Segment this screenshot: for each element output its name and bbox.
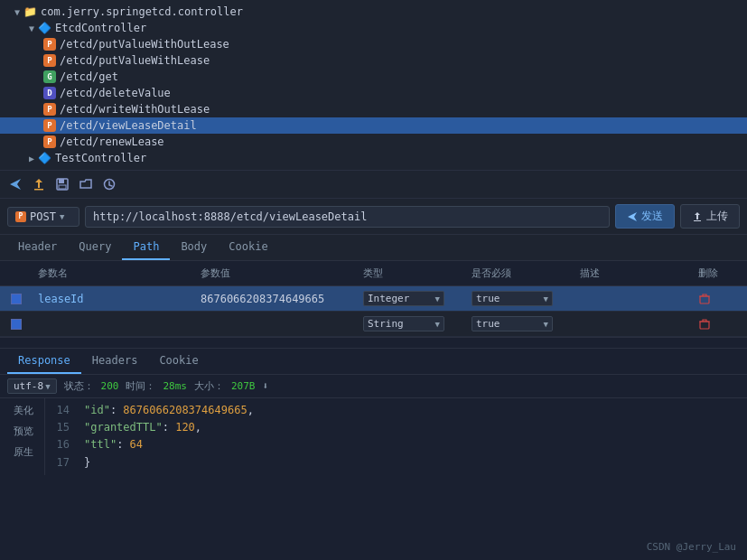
param-desc-input-1[interactable] [580, 318, 691, 331]
folder-toolbar-icon[interactable] [78, 176, 94, 192]
json-grantedttl-value: 120 [175, 419, 195, 436]
endpoint-2[interactable]: G /etcd/get [0, 69, 747, 85]
param-desc-input-0[interactable] [580, 293, 691, 305]
type-value-0: Integer [368, 293, 409, 304]
checkbox-1[interactable] [11, 319, 22, 330]
json-colon-2: : [117, 436, 129, 453]
endpoint-path-6: /etcd/renewLease [60, 135, 164, 148]
method-select[interactable]: P POST ▼ [7, 207, 79, 227]
required-select-0[interactable]: true ▼ [472, 291, 553, 306]
type-value-1: String [368, 318, 404, 330]
delete-btn-1[interactable] [698, 318, 711, 331]
param-value-input-1[interactable] [201, 318, 356, 331]
endpoint-6[interactable]: P /etcd/renewLease [0, 134, 747, 150]
cell-value-1[interactable] [197, 316, 359, 332]
upload-button[interactable]: 上传 [680, 204, 740, 229]
tab-response-cookie[interactable]: Cookie [148, 349, 209, 374]
controller-icon: 🔷 [38, 152, 51, 164]
method-badge-p: P [43, 54, 56, 67]
endpoint-path-3: /etcd/deleteValue [60, 87, 171, 99]
required-arrow-0: ▼ [544, 294, 548, 303]
url-input[interactable] [85, 206, 610, 228]
cell-required-0[interactable]: true ▼ [468, 289, 576, 308]
size-value: 207B [231, 380, 256, 392]
svg-rect-7 [700, 322, 709, 329]
response-section: Response Headers Cookie utf-8 ▼ 状态： 200 … [0, 349, 747, 560]
line-num-16: 16 [52, 436, 70, 453]
json-ttl-value: 64 [130, 436, 143, 453]
endpoint-5[interactable]: P /etcd/viewLeaseDetail [0, 117, 747, 134]
type-select-1[interactable]: String ▼ [363, 316, 444, 331]
download-icon[interactable]: ⬇ [262, 380, 268, 392]
method-badge-d: D [43, 87, 56, 99]
param-row-0: Integer ▼ true ▼ [0, 286, 747, 312]
side-label-raw[interactable]: 原生 [10, 443, 37, 461]
send-toolbar-icon[interactable] [7, 176, 23, 192]
type-select-0[interactable]: Integer ▼ [363, 291, 444, 306]
json-ttl-key: "ttl" [84, 436, 117, 453]
cell-name-1[interactable] [34, 316, 197, 332]
method-badge: P [15, 211, 26, 222]
cell-type-1[interactable]: String ▼ [359, 314, 468, 333]
arrow-icon: ▼ [14, 7, 20, 17]
cell-value-0[interactable] [197, 291, 359, 307]
checkbox-0[interactable] [11, 294, 22, 304]
cell-name-0[interactable] [34, 291, 197, 307]
side-label-beautify[interactable]: 美化 [10, 402, 37, 419]
status-bar: utf-8 ▼ 状态： 200 时间： 28ms 大小： 207B ⬇ [0, 375, 747, 398]
code-content: "id" : 8676066208374649665 , "grantedTTL… [77, 398, 747, 475]
tree-root-label: com.jerry.springetcd.controller [41, 5, 243, 18]
cell-required-1[interactable]: true ▼ [468, 314, 576, 333]
request-tabs: Header Query Path Body Cookie [0, 235, 747, 261]
tree-root[interactable]: ▼ 📁 com.jerry.springetcd.controller [0, 4, 747, 20]
main-layout: ▼ 📁 com.jerry.springetcd.controller ▼ 🔷 … [0, 0, 747, 560]
tab-header[interactable]: Header [7, 235, 68, 260]
cell-desc-0[interactable] [576, 291, 695, 307]
tree-test-controller-label: TestController [55, 152, 146, 164]
delete-btn-0[interactable] [698, 293, 711, 305]
json-closing-brace: } [84, 454, 90, 471]
tab-body[interactable]: Body [170, 235, 218, 260]
param-name-input-0[interactable] [38, 293, 193, 305]
url-bar: P POST ▼ 发送 上传 [0, 199, 747, 235]
param-row-1: String ▼ true ▼ [0, 312, 747, 337]
tab-path[interactable]: Path [122, 235, 170, 260]
cell-type-0[interactable]: Integer ▼ [359, 289, 468, 308]
required-arrow-1: ▼ [544, 320, 548, 329]
tab-cookie[interactable]: Cookie [218, 235, 278, 260]
endpoint-3[interactable]: D /etcd/deleteValue [0, 85, 747, 101]
send-button[interactable]: 发送 [615, 204, 675, 229]
json-colon-1: : [163, 419, 175, 436]
controller-icon: 🔷 [38, 22, 51, 34]
type-arrow-0: ▼ [435, 294, 440, 303]
tab-query[interactable]: Query [68, 235, 122, 260]
required-select-1[interactable]: true ▼ [472, 316, 553, 331]
cell-check-0[interactable] [7, 292, 34, 306]
param-value-input-0[interactable] [201, 293, 356, 305]
method-arrow-icon: ▼ [60, 212, 64, 221]
cell-desc-1[interactable] [576, 316, 695, 332]
tree-test-controller[interactable]: ▶ 🔷 TestController [0, 150, 747, 166]
cell-delete-1[interactable] [695, 316, 740, 332]
upload-toolbar-icon[interactable] [31, 176, 47, 192]
json-id-key: "id" [84, 402, 110, 419]
param-name-input-1[interactable] [38, 318, 193, 331]
send-label: 发送 [641, 209, 663, 224]
col-desc: 描述 [576, 265, 695, 282]
tree-panel: ▼ 📁 com.jerry.springetcd.controller ▼ 🔷 … [0, 0, 747, 171]
code-line-1: "grantedTTL" : 120 , [84, 419, 740, 436]
response-tabs: Response Headers Cookie [0, 349, 747, 375]
endpoint-1[interactable]: P /etcd/putValueWithLease [0, 52, 747, 69]
json-comma-1: , [195, 419, 201, 436]
tab-response[interactable]: Response [7, 349, 81, 374]
side-label-preview[interactable]: 预览 [10, 423, 37, 440]
cell-delete-0[interactable] [695, 291, 740, 307]
tree-controller[interactable]: ▼ 🔷 EtcdController [0, 20, 747, 36]
cell-check-1[interactable] [7, 317, 34, 331]
save-toolbar-icon[interactable] [54, 176, 70, 192]
endpoint-4[interactable]: P /etcd/writeWithOutLease [0, 101, 747, 117]
encoding-select[interactable]: utf-8 ▼ [7, 378, 57, 394]
tab-headers[interactable]: Headers [81, 349, 149, 374]
endpoint-0[interactable]: P /etcd/putValueWithOutLease [0, 36, 747, 52]
history-toolbar-icon[interactable] [101, 176, 117, 192]
